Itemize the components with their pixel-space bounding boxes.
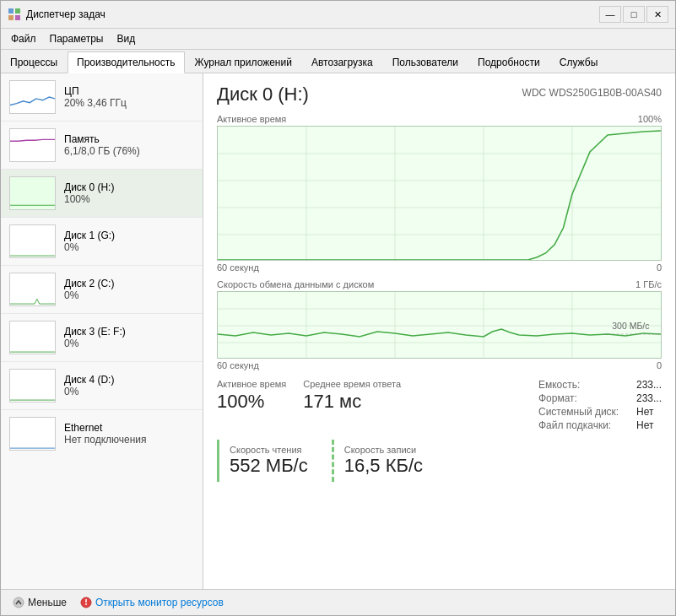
format-value: 233... (636, 392, 662, 404)
chart2-time-left: 60 секунд (217, 360, 259, 370)
footer: Меньше Открыть монитор ресурсов (1, 589, 675, 615)
chart1-label-row: Активное время 100% (217, 114, 662, 124)
capacity-label: Емкость: (538, 379, 631, 391)
memory-thumb (9, 128, 56, 162)
sidebar-item-memory[interactable]: Память 6,1/8,0 ГБ (76%) (1, 122, 203, 170)
tab-users[interactable]: Пользователи (383, 51, 468, 73)
disk1-name: Диск 1 (G:) (64, 230, 115, 241)
maximize-button[interactable]: □ (623, 6, 645, 23)
sidebar-item-disk2[interactable]: Диск 2 (C:) 0% (1, 266, 203, 314)
active-time-value: 100% (217, 391, 286, 413)
format-label: Формат: (538, 392, 631, 404)
disk1-value: 0% (64, 241, 115, 253)
monitor-label: Открыть монитор ресурсов (95, 597, 224, 608)
sidebar-item-cpu[interactable]: ЦП 20% 3,46 ГГц (1, 73, 203, 122)
sidebar-item-disk1[interactable]: Диск 1 (G:) 0% (1, 218, 203, 266)
detail-header: Диск 0 (H:) WDC WDS250G1B0B-00AS40 (217, 84, 662, 105)
disk2-value: 0% (64, 289, 114, 301)
svg-rect-3 (15, 15, 20, 20)
disk0-name: Диск 0 (H:) (64, 181, 114, 193)
stat-active-time: Активное время 100% (217, 379, 286, 413)
menu-bar: Файл Параметры Вид (1, 29, 675, 50)
disk4-thumb (9, 369, 56, 403)
open-monitor-link[interactable]: Открыть монитор ресурсов (80, 597, 224, 608)
menu-params[interactable]: Параметры (43, 30, 111, 47)
disk3-info: Диск 3 (E: F:) 0% (64, 326, 126, 349)
ethernet-name: Ethernet (64, 422, 147, 434)
disk2-thumb (9, 273, 56, 306)
chart1-label-right: 100% (638, 114, 662, 124)
disk3-name: Диск 3 (E: F:) (64, 326, 126, 338)
svg-point-22 (14, 597, 24, 608)
menu-file[interactable]: Файл (4, 30, 43, 47)
detail-panel: Диск 0 (H:) WDC WDS250G1B0B-00AS40 Актив… (203, 73, 675, 589)
close-button[interactable]: ✕ (646, 6, 668, 23)
memory-value: 6,1/8,0 ГБ (76%) (64, 145, 140, 157)
disk0-thumb (9, 176, 56, 210)
cpu-name: ЦП (64, 85, 127, 97)
svg-rect-2 (8, 15, 14, 20)
cpu-info: ЦП 20% 3,46 ГГц (64, 85, 127, 109)
chart2-label-row: Скорость обмена данными с диском 1 ГБ/с (217, 279, 662, 289)
sidebar-item-ethernet[interactable]: Ethernet Нет подключения (1, 410, 203, 457)
stats-info-col: Емкость: 233... Формат: 233... Системный… (538, 379, 662, 431)
detail-title: Диск 0 (H:) (217, 84, 309, 105)
minimize-button[interactable]: — (599, 6, 621, 23)
chart1-time-row: 60 секунд 0 (217, 262, 662, 273)
title-bar-left: Диспетчер задач (8, 8, 105, 21)
svg-text:300 МБ/с: 300 МБ/с (612, 322, 649, 331)
chart1-label-left: Активное время (217, 114, 286, 124)
ethernet-value: Нет подключения (64, 434, 147, 446)
disk2-name: Диск 2 (C:) (64, 278, 114, 289)
chart2-label-right: 1 ГБ/с (635, 279, 662, 289)
svg-rect-0 (8, 8, 14, 14)
tab-performance[interactable]: Производительность (68, 51, 184, 73)
tab-processes[interactable]: Процессы (1, 51, 67, 73)
capacity-value: 233... (636, 379, 662, 391)
app-icon (8, 8, 21, 21)
write-speed-value: 16,5 КБ/с (344, 455, 423, 477)
memory-info: Память 6,1/8,0 ГБ (76%) (64, 133, 140, 157)
chart1-time-left: 60 секунд (217, 262, 259, 273)
stat-response-time: Среднее время ответа 171 мс (303, 379, 401, 413)
tab-app-history[interactable]: Журнал приложений (186, 51, 301, 73)
chart2-svg: 300 МБ/с (218, 292, 661, 359)
write-speed-block: Скорость записи 16,5 КБ/с (332, 440, 433, 482)
pagefile-value: Нет (636, 419, 653, 431)
tab-startup[interactable]: Автозагрузка (302, 51, 382, 73)
disk4-info: Диск 4 (D:) 0% (64, 374, 114, 397)
svg-point-25 (85, 603, 87, 605)
sidebar-item-disk3[interactable]: Диск 3 (E: F:) 0% (1, 314, 203, 362)
detail-title-block: Диск 0 (H:) (217, 84, 309, 105)
chart2-time-right: 0 (657, 360, 662, 370)
svg-rect-1 (15, 8, 20, 14)
title-bar-controls: — □ ✕ (599, 6, 668, 23)
chart-speed: 300 МБ/с (217, 291, 662, 359)
chart1-svg (218, 127, 661, 261)
disk1-info: Диск 1 (G:) 0% (64, 230, 115, 253)
chart1-time-right: 0 (657, 262, 662, 273)
chart2-label-left: Скорость обмена данными с диском (217, 279, 374, 289)
cpu-thumb (9, 80, 56, 114)
memory-name: Память (64, 133, 140, 145)
window-title: Диспетчер задач (26, 8, 105, 20)
disk3-value: 0% (64, 338, 126, 349)
tab-details[interactable]: Подробности (468, 51, 549, 73)
monitor-icon (80, 597, 92, 608)
sidebar: ЦП 20% 3,46 ГГц Память 6,1/8,0 ГБ (76%) (1, 73, 203, 589)
sidebar-item-disk4[interactable]: Диск 4 (D:) 0% (1, 362, 203, 410)
disk3-thumb (9, 321, 56, 354)
sidebar-item-disk0[interactable]: Диск 0 (H:) 100% (1, 170, 203, 218)
svg-rect-4 (10, 177, 55, 209)
main-content: ЦП 20% 3,46 ГГц Память 6,1/8,0 ГБ (76%) (1, 73, 675, 589)
chart2-time-row: 60 секунд 0 (217, 360, 662, 370)
tab-services[interactable]: Службы (550, 51, 607, 73)
response-time-value: 171 мс (303, 391, 401, 413)
info-system-disk: Системный диск: Нет (538, 406, 662, 418)
stats-row: Активное время 100% Среднее время ответа… (217, 379, 662, 431)
disk0-info: Диск 0 (H:) 100% (64, 181, 114, 205)
less-button[interactable]: Меньше (9, 595, 70, 610)
disk1-thumb (9, 224, 56, 258)
menu-view[interactable]: Вид (110, 30, 142, 47)
info-capacity: Емкость: 233... (538, 379, 662, 391)
